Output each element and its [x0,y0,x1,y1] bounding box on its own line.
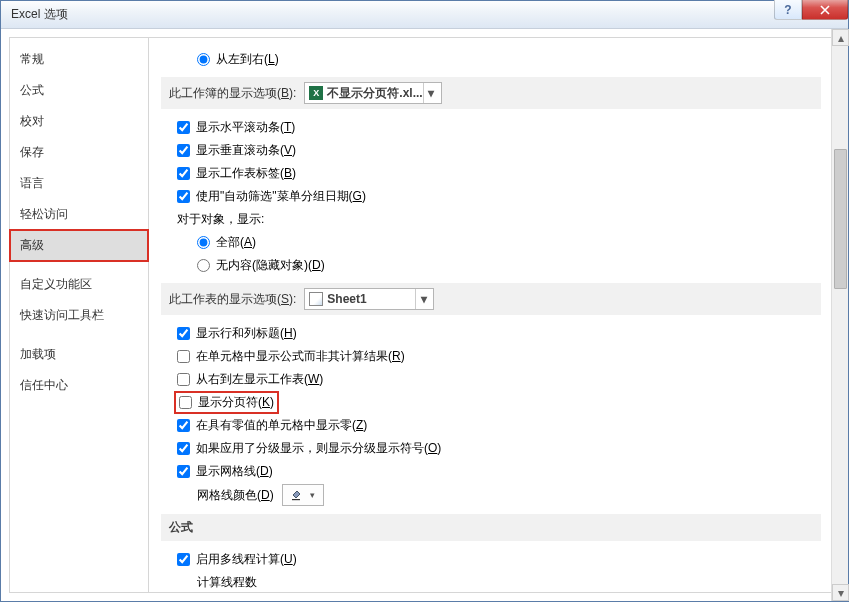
chk-show-zeros[interactable]: 在具有零值的单元格中显示零(Z) [177,417,367,434]
chk-vscroll[interactable]: 显示垂直滚动条(V) [177,142,296,159]
close-button[interactable] [802,0,848,20]
sheet-icon [309,292,323,306]
bucket-icon [290,489,302,501]
radio-obj-all[interactable]: 全部(A) [197,234,256,251]
chk-gridlines[interactable]: 显示网格线(D) [177,463,273,480]
chk-pagebreak[interactable]: 显示分页符(K) [179,394,274,411]
chevron-down-icon: ▾ [415,289,431,309]
btn-gridcolor[interactable]: ▾ [282,484,324,506]
lbl-threadcount: 计算线程数 [197,574,257,591]
sidebar-item-general[interactable]: 常规 [10,44,148,75]
sidebar-item-language[interactable]: 语言 [10,168,148,199]
scrollbar-vertical[interactable]: ▴ ▾ [831,29,848,601]
options-dialog: Excel 选项 ? 常规 公式 校对 保存 语言 轻松访问 高级 自定义功能区… [0,0,849,602]
sidebar-item-qat[interactable]: 快速访问工具栏 [10,300,148,331]
lbl-gridcolor: 网格线颜色(D) [197,487,274,504]
chk-multithread[interactable]: 启用多线程计算(U) [177,551,297,568]
highlight-pagebreak: 显示分页符(K) [177,394,276,411]
content-pane: 从左到右(L) 此工作簿的显示选项(B): 不显示分页符.xl... ▾ 显示水… [149,37,840,593]
chk-hscroll[interactable]: 显示水平滚动条(T) [177,119,295,136]
sidebar-item-addins[interactable]: 加载项 [10,339,148,370]
help-button[interactable]: ? [774,0,802,20]
chk-rtl-sheet[interactable]: 从右到左显示工作表(W) [177,371,323,388]
combo-workbook[interactable]: 不显示分页符.xl... ▾ [304,82,441,104]
scroll-up-button[interactable]: ▴ [832,29,849,46]
excel-icon [309,86,323,100]
radio-obj-none[interactable]: 无内容(隐藏对象)(D) [197,257,325,274]
sidebar-item-advanced[interactable]: 高级 [10,230,148,261]
group-workbook-display: 此工作簿的显示选项(B): 不显示分页符.xl... ▾ [161,77,821,109]
window-title: Excel 选项 [11,6,68,23]
sidebar-item-trust[interactable]: 信任中心 [10,370,148,401]
sidebar-item-ribbon[interactable]: 自定义功能区 [10,269,148,300]
sidebar-item-ease[interactable]: 轻松访问 [10,199,148,230]
scrollbar-thumb[interactable] [834,149,847,289]
group-formula: 公式 [161,514,821,541]
sidebar-item-formula[interactable]: 公式 [10,75,148,106]
radio-ltr-row: 从左到右(L) [197,49,821,69]
chk-show-formulas[interactable]: 在单元格中显示公式而非其计算结果(R) [177,348,405,365]
chevron-down-icon: ▾ [423,83,439,103]
scroll-down-button[interactable]: ▾ [832,584,849,601]
titlebar: Excel 选项 ? [1,1,848,29]
sidebar-item-save[interactable]: 保存 [10,137,148,168]
chk-autofilter-group[interactable]: 使用"自动筛选"菜单分组日期(G) [177,188,366,205]
svg-rect-0 [292,499,300,500]
sidebar-item-proofing[interactable]: 校对 [10,106,148,137]
combo-sheet[interactable]: Sheet1 ▾ [304,288,434,310]
chk-outline-symbols[interactable]: 如果应用了分级显示，则显示分级显示符号(O) [177,440,441,457]
group-sheet-display: 此工作表的显示选项(S): Sheet1 ▾ [161,283,821,315]
lbl-objects: 对于对象，显示: [177,211,264,228]
sidebar: 常规 公式 校对 保存 语言 轻松访问 高级 自定义功能区 快速访问工具栏 加载… [9,37,149,593]
chk-rowcol-headers[interactable]: 显示行和列标题(H) [177,325,297,342]
chk-tabs[interactable]: 显示工作表标签(B) [177,165,296,182]
radio-ltr[interactable]: 从左到右(L) [197,51,279,68]
chevron-down-icon: ▾ [310,490,315,500]
